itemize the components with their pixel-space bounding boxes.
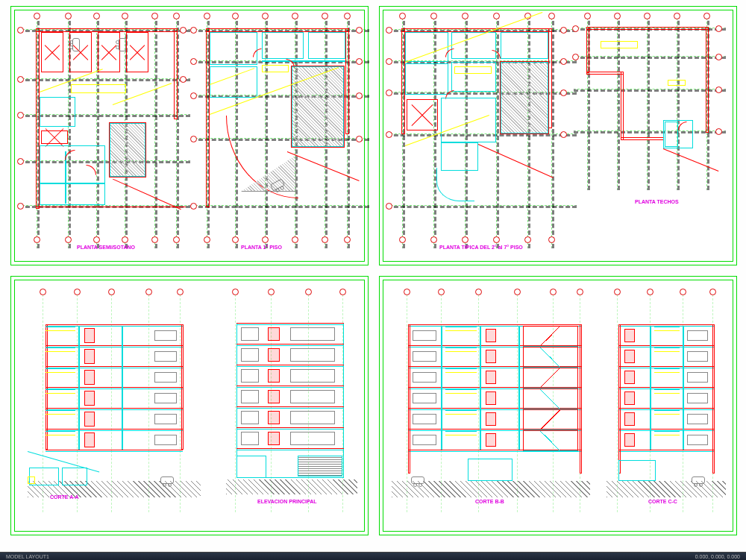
section-c [608,295,726,512]
drawing-background: PLANTA SEMI/SOTANO [0,0,746,552]
label-corte-c: CORTE C-C [648,499,677,504]
plan-semisotano [23,19,181,236]
sheet-bottom-left: CORTE A-A [10,276,369,535]
plan-tipica [392,19,563,236]
status-bar: MODEL LAYOUT1 0.000, 0.000, 0.000 [0,552,746,560]
cad-viewport[interactable]: PLANTA SEMI/SOTANO [0,0,746,560]
sheet-top-left: PLANTA SEMI/SOTANO [10,6,369,265]
label-piso1: PLANTA 1° PISO [241,245,282,250]
label-semisotano: PLANTA SEMI/SOTANO [77,245,135,250]
label-techos: PLANTA TECHOS [635,199,679,204]
sheet-top-right: PLANTA TIPICA DEL 2° al 7° PISO PLANTA [379,6,737,265]
label-tipica: PLANTA TIPICA DEL 2° al 7° PISO [439,245,523,250]
label-corte-a: CORTE A-A [50,494,79,500]
label-corte-b: CORTE B-B [475,499,504,504]
label-elevacion: ELEVACION PRINCIPAL [257,499,316,504]
status-layout: MODEL LAYOUT1 [6,553,49,561]
status-coords: 0.000, 0.000, 0.000 [695,553,740,561]
section-a [32,295,198,512]
elevation-principal [226,295,357,512]
plan-piso1 [196,19,360,236]
section-b [396,295,590,512]
sheet-bottom-right: CORTE B-B [379,276,737,535]
